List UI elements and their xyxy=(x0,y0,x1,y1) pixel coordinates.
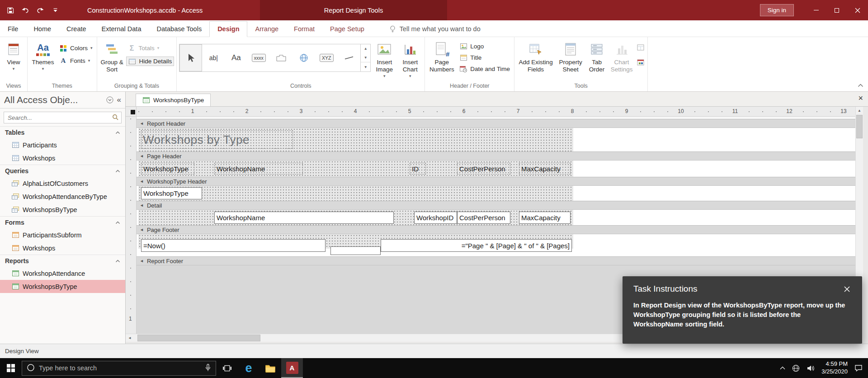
close-button[interactable] xyxy=(847,0,868,20)
taskbar-search[interactable] xyxy=(22,361,216,376)
section-bar-page-header[interactable]: ◄ Page Header xyxy=(137,151,855,161)
label-tool[interactable]: Aa xyxy=(225,44,247,71)
undo-icon[interactable] xyxy=(21,6,29,14)
nav-section-queries[interactable]: Queries xyxy=(0,165,125,177)
textbox-tool[interactable]: ab| xyxy=(202,44,225,71)
label-maxcapacity[interactable]: MaxCapacity xyxy=(519,163,571,175)
field-maxcapacity[interactable]: MaxCapacity xyxy=(519,212,571,224)
scroll-up-icon[interactable]: ▲ xyxy=(856,107,863,114)
taskbar-search-input[interactable] xyxy=(39,364,201,372)
property-sheet-button[interactable]: Property Sheet xyxy=(556,38,585,82)
unbound-textbox[interactable] xyxy=(330,246,381,255)
tab-order-button[interactable]: Tab Order xyxy=(586,38,607,82)
colors-button[interactable]: Colors ▾ xyxy=(57,44,94,52)
tab-database-tools[interactable]: Database Tools xyxy=(149,22,209,37)
document-tab-workshopsbytype[interactable]: WorkshopsByType xyxy=(136,94,211,106)
hide-details-button[interactable]: Hide Details xyxy=(126,57,175,66)
save-icon[interactable] xyxy=(6,6,14,14)
textbox-page-expression[interactable]: ="Page " & [Page] & " of " & [Pages] xyxy=(381,239,572,252)
tell-me-box[interactable]: Tell me what you want to do xyxy=(389,25,481,37)
minimize-button[interactable] xyxy=(806,0,826,20)
tab-control-tool[interactable] xyxy=(270,44,292,71)
nav-item-participants[interactable]: Participants xyxy=(0,138,125,151)
nav-section-forms[interactable]: Forms xyxy=(0,216,125,228)
action-center-icon[interactable] xyxy=(854,364,863,372)
textbox-now-expression[interactable]: =Now() xyxy=(141,239,326,252)
field-workshoptype[interactable]: WorkshopType xyxy=(141,187,202,199)
nav-item-alphalistofcustomers[interactable]: AlphaListOfCustomers xyxy=(0,177,125,190)
gallery-down-icon[interactable]: ▼ xyxy=(361,53,370,62)
report-selector[interactable] xyxy=(131,110,135,114)
edge-button[interactable]: e xyxy=(238,358,259,378)
gallery-more-icon[interactable]: ▼ xyxy=(361,62,370,71)
nav-item-workshopsbytype-query[interactable]: WorkshopsByType xyxy=(0,203,125,216)
date-and-time-button[interactable]: Date and Time xyxy=(458,65,512,73)
section-bar-report-footer[interactable]: ◄ Report Footer xyxy=(137,256,855,265)
section-bar-workshoptype-header[interactable]: ◄ WorkshopType Header xyxy=(137,177,855,186)
search-icon[interactable] xyxy=(112,114,118,122)
tab-create[interactable]: Create xyxy=(59,22,94,37)
collapse-ribbon-icon[interactable] xyxy=(858,81,863,89)
small-tool-icon-bottom[interactable] xyxy=(637,59,644,67)
xyz-tool[interactable]: XYZ xyxy=(315,44,338,71)
tab-file[interactable]: File xyxy=(0,22,26,37)
tab-home[interactable]: Home xyxy=(26,22,59,37)
fonts-button[interactable]: A Fonts ▾ xyxy=(57,57,94,65)
nav-item-workshops-form[interactable]: Workshops xyxy=(0,241,125,255)
tab-format[interactable]: Format xyxy=(286,22,322,37)
insert-chart-button[interactable]: Insert Chart ▾ xyxy=(398,38,422,82)
field-workshopname[interactable]: WorkshopName xyxy=(214,212,394,224)
select-tool[interactable] xyxy=(179,44,202,71)
nav-collapse-icon[interactable]: « xyxy=(117,95,121,104)
vertical-scrollbar-thumb[interactable] xyxy=(856,115,863,138)
hidden-icons-chevron[interactable] xyxy=(780,366,785,370)
group-and-sort-button[interactable]: Group & Sort xyxy=(99,38,125,82)
small-tool-icon-top[interactable] xyxy=(637,44,644,52)
volume-icon[interactable] xyxy=(807,365,815,372)
redo-icon[interactable] xyxy=(36,6,44,14)
page-header-section[interactable]: WorkshopType WorkshopName ID CostPerPers… xyxy=(137,161,855,177)
file-explorer-button[interactable] xyxy=(259,358,281,378)
insert-image-button[interactable]: Insert Image ▾ xyxy=(372,38,396,82)
field-costperperson[interactable]: CostPerPerson xyxy=(457,212,510,224)
scroll-left-icon[interactable]: ◄ xyxy=(126,334,134,342)
add-existing-fields-button[interactable]: Add Existing Fields xyxy=(517,38,555,82)
tab-external-data[interactable]: External Data xyxy=(94,22,149,37)
qat-customize-icon[interactable] xyxy=(51,6,59,14)
report-title-label[interactable]: Workshops by Type xyxy=(141,130,293,149)
sign-in-button[interactable]: Sign in xyxy=(760,4,794,16)
detail-section[interactable]: WorkshopName WorkshopID CostPerPerson Ma… xyxy=(137,210,855,225)
section-bar-page-footer[interactable]: ◄ Page Footer xyxy=(137,225,855,234)
nav-search-input[interactable] xyxy=(4,114,112,121)
report-header-section[interactable]: Workshops by Type xyxy=(137,128,855,151)
field-workshopid[interactable]: WorkshopID xyxy=(414,212,457,224)
popup-close-icon[interactable] xyxy=(843,285,851,293)
task-view-button[interactable] xyxy=(216,358,238,378)
horizontal-scrollbar-thumb[interactable] xyxy=(137,335,260,341)
gallery-up-icon[interactable]: ▲ xyxy=(361,44,370,53)
close-document-icon[interactable]: × xyxy=(858,94,863,102)
section-bar-detail[interactable]: ◄ Detail xyxy=(137,201,855,210)
nav-item-workshopattendancebytype[interactable]: WorkshopAttendanceByType xyxy=(0,190,125,203)
nav-section-tables[interactable]: Tables xyxy=(0,126,125,138)
taskbar-clock[interactable]: 4:59 PM 3/25/2020 xyxy=(821,360,848,376)
tab-page-setup[interactable]: Page Setup xyxy=(322,22,372,37)
label-workshopname[interactable]: WorkshopName xyxy=(214,163,303,175)
chart-settings-button[interactable]: Chart Settings xyxy=(609,38,635,82)
tab-arrange[interactable]: Arrange xyxy=(247,22,286,37)
access-taskbar-button[interactable]: A xyxy=(281,358,303,378)
label-workshoptype[interactable]: WorkshopType xyxy=(141,163,194,175)
workshoptype-header-section[interactable]: WorkshopType xyxy=(137,186,855,201)
nav-item-workshops-table[interactable]: Workshops xyxy=(0,151,125,165)
label-id[interactable]: ID xyxy=(410,163,426,175)
vertical-ruler[interactable]: 1 xyxy=(126,117,137,334)
start-button[interactable] xyxy=(0,358,22,378)
totals-button[interactable]: Σ Totals ▾ xyxy=(126,44,175,52)
hyperlink-tool[interactable] xyxy=(292,44,315,71)
page-footer-section[interactable]: =Now() ="Page " & [Page] & " of " & [Pag… xyxy=(137,234,855,256)
view-button[interactable]: View ▾ xyxy=(2,38,25,82)
nav-item-workshopsbytype-report[interactable]: WorkshopsByType xyxy=(0,280,125,293)
tab-design[interactable]: Design xyxy=(209,21,247,37)
maximize-button[interactable] xyxy=(826,0,847,20)
network-icon[interactable] xyxy=(792,364,800,372)
